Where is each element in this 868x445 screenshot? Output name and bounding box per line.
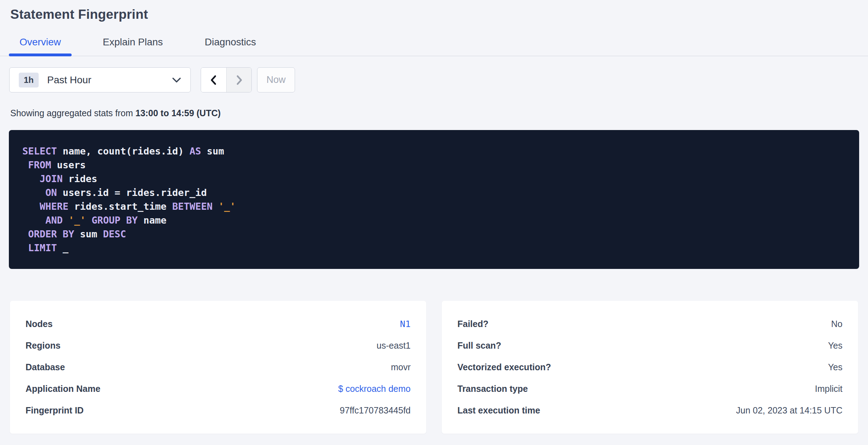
- sql-line: ON users.id = rides.rider_id: [22, 186, 848, 199]
- time-controls: 1h Past Hour Now: [9, 67, 859, 92]
- chevron-down-icon: [172, 77, 181, 83]
- info-row: Last execution timeJun 02, 2023 at 14:15…: [457, 400, 842, 421]
- row-value: No: [831, 319, 842, 329]
- aggregated-stats-caption: Showing aggregated stats from 13:00 to 1…: [10, 108, 859, 118]
- tabs-bar: OverviewExplain PlansDiagnostics: [0, 22, 868, 56]
- sql-line: WHERE rides.start_time BETWEEN '_': [22, 199, 848, 213]
- row-value: Yes: [828, 340, 842, 351]
- chevron-left-icon: [208, 74, 219, 86]
- sql-line: ORDER BY sum DESC: [22, 227, 848, 241]
- now-button[interactable]: Now: [257, 67, 295, 92]
- time-step-button-group: [201, 67, 252, 92]
- row-label: Database: [26, 362, 65, 372]
- row-value: Implicit: [815, 384, 842, 394]
- row-value: us-east1: [377, 340, 411, 351]
- time-range-dropdown[interactable]: 1h Past Hour: [9, 67, 191, 92]
- row-value-link[interactable]: $ cockroach demo: [338, 384, 411, 394]
- chevron-right-icon: [234, 74, 244, 86]
- page-title: Statement Fingerprint: [9, 0, 859, 22]
- info-row: NodesN1: [26, 313, 411, 335]
- sql-line: SELECT name, count(rides.id) AS sum: [22, 144, 848, 158]
- row-label: Fingerprint ID: [26, 405, 84, 416]
- row-value: Jun 02, 2023 at 14:15 UTC: [736, 405, 842, 416]
- next-time-button[interactable]: [226, 68, 251, 92]
- info-row: Databasemovr: [26, 356, 411, 378]
- caption-time-range: 13:00 to 14:59 (UTC): [135, 108, 221, 118]
- info-row: Transaction typeImplicit: [457, 378, 842, 400]
- sql-line: JOIN rides: [22, 172, 848, 186]
- row-label: Last execution time: [457, 405, 540, 416]
- info-row: Regionsus-east1: [26, 335, 411, 356]
- caption-prefix: Showing aggregated stats from: [10, 108, 135, 118]
- info-row: Fingerprint ID97ffc170783445fd: [26, 400, 411, 421]
- prev-time-button[interactable]: [201, 68, 226, 92]
- row-label: Application Name: [26, 384, 100, 394]
- row-label: Nodes: [26, 319, 52, 329]
- row-label: Regions: [26, 340, 61, 351]
- info-row: Failed?No: [457, 313, 842, 335]
- row-label: Full scan?: [457, 340, 501, 351]
- execution-attributes-card: Failed?NoFull scan?YesVectorized executi…: [442, 301, 858, 434]
- info-row: Vectorized execution?Yes: [457, 356, 842, 378]
- sql-statement-box: SELECT name, count(rides.id) AS sum FROM…: [9, 130, 859, 269]
- sql-line: FROM users: [22, 158, 848, 172]
- row-value: movr: [391, 362, 411, 372]
- info-row: Full scan?Yes: [457, 335, 842, 356]
- time-range-badge: 1h: [19, 73, 39, 88]
- row-label: Transaction type: [457, 384, 528, 394]
- tab-explain-plans[interactable]: Explain Plans: [92, 36, 174, 56]
- statement-fingerprint-page: Statement Fingerprint OverviewExplain Pl…: [0, 0, 868, 434]
- tab-diagnostics[interactable]: Diagnostics: [194, 36, 267, 56]
- row-value-link[interactable]: N1: [400, 319, 411, 329]
- sql-line: AND '_' GROUP BY name: [22, 213, 848, 227]
- info-row: Application Name$ cockroach demo: [26, 378, 411, 400]
- details-cards: NodesN1Regionsus-east1DatabasemovrApplic…: [10, 301, 858, 434]
- row-label: Failed?: [457, 319, 489, 329]
- row-value: 97ffc170783445fd: [340, 405, 411, 416]
- row-value: Yes: [828, 362, 842, 372]
- row-label: Vectorized execution?: [457, 362, 551, 372]
- statement-details-card: NodesN1Regionsus-east1DatabasemovrApplic…: [10, 301, 426, 434]
- sql-line: LIMIT _: [22, 241, 848, 255]
- time-range-label: Past Hour: [47, 74, 163, 86]
- tab-overview[interactable]: Overview: [9, 36, 72, 56]
